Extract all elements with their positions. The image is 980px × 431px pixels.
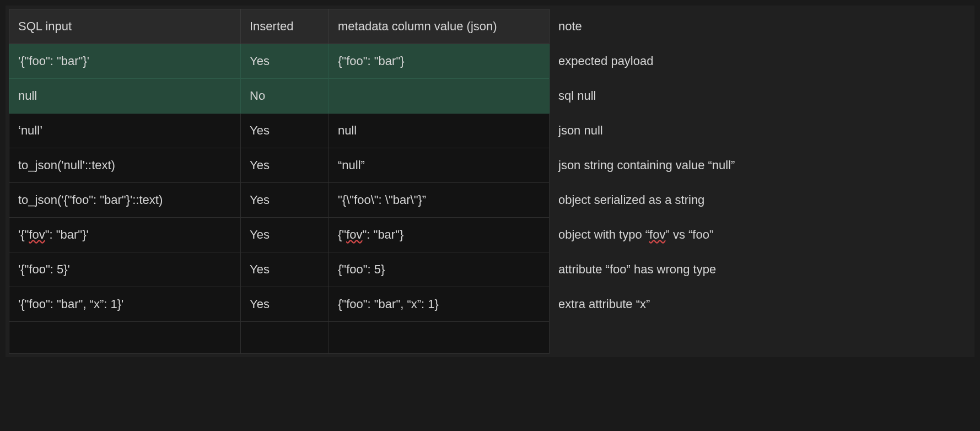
cell-metadata: null (329, 114, 550, 148)
cell-note: json null (550, 114, 971, 148)
cell-inserted: Yes (241, 148, 329, 183)
cell-sql-input: to_json('null'::text) (9, 148, 241, 183)
cell-sql-input: '{"fov": "bar"}' (9, 218, 241, 252)
cell-note: sql null (550, 79, 971, 114)
header-note: note (550, 9, 971, 44)
cell-inserted (241, 322, 329, 354)
header-inserted: Inserted (241, 9, 329, 44)
cell-metadata: "{\"foo\": \"bar\"}” (329, 183, 550, 218)
header-row: SQL input Inserted metadata column value… (9, 9, 971, 44)
cell-metadata (329, 79, 550, 114)
typo-word: fov (29, 228, 45, 241)
cell-sql-input: '{"foo": "bar"}' (9, 44, 241, 79)
cell-sql-input (9, 322, 241, 354)
cell-sql-input: '{"foo": 5}' (9, 252, 241, 287)
cell-sql-input: null (9, 79, 241, 114)
cell-inserted: Yes (241, 44, 329, 79)
table-row: to_json('null'::text)Yes“null”json strin… (9, 148, 971, 183)
table-row: '{"fov": "bar"}'Yes{"fov": "bar"}object … (9, 218, 971, 252)
json-cases-table: SQL input Inserted metadata column value… (9, 9, 971, 354)
cell-metadata: {"foo": "bar", “x”: 1} (329, 287, 550, 322)
table-row: '{"foo": "bar", “x”: 1}'Yes{"foo": "bar"… (9, 287, 971, 322)
table-row: '{"foo": "bar"}'Yes{"foo": "bar"}expecte… (9, 44, 971, 79)
cell-note (550, 322, 971, 354)
table-row: ‘null’Yesnulljson null (9, 114, 971, 148)
cell-inserted: Yes (241, 218, 329, 252)
cell-metadata: {"fov": "bar"} (329, 218, 550, 252)
cell-note: json string containing value “null” (550, 148, 971, 183)
cell-inserted: Yes (241, 287, 329, 322)
cell-metadata: {"foo": "bar"} (329, 44, 550, 79)
cell-inserted: Yes (241, 114, 329, 148)
cell-inserted: Yes (241, 183, 329, 218)
json-cases-table-wrap: SQL input Inserted metadata column value… (6, 6, 974, 357)
cell-note: expected payload (550, 44, 971, 79)
cell-sql-input: ‘null’ (9, 114, 241, 148)
cell-note: object serialized as a string (550, 183, 971, 218)
cell-metadata: {"foo": 5} (329, 252, 550, 287)
header-sql-input: SQL input (9, 9, 241, 44)
cell-inserted: No (241, 79, 329, 114)
cell-metadata (329, 322, 550, 354)
typo-word: fov (346, 228, 362, 241)
typo-word: fov (649, 228, 665, 241)
cell-sql-input: '{"foo": "bar", “x”: 1}' (9, 287, 241, 322)
cell-note: extra attribute “x” (550, 287, 971, 322)
header-metadata: metadata column value (json) (329, 9, 550, 44)
cell-metadata: “null” (329, 148, 550, 183)
cell-note: attribute “foo” has wrong type (550, 252, 971, 287)
table-row-empty (9, 322, 971, 354)
cell-inserted: Yes (241, 252, 329, 287)
table-row: '{"foo": 5}'Yes{"foo": 5}attribute “foo”… (9, 252, 971, 287)
table-row: to_json('{"foo": "bar"}'::text)Yes"{\"fo… (9, 183, 971, 218)
cell-note: object with typo “fov” vs “foo” (550, 218, 971, 252)
table-row: nullNosql null (9, 79, 971, 114)
cell-sql-input: to_json('{"foo": "bar"}'::text) (9, 183, 241, 218)
